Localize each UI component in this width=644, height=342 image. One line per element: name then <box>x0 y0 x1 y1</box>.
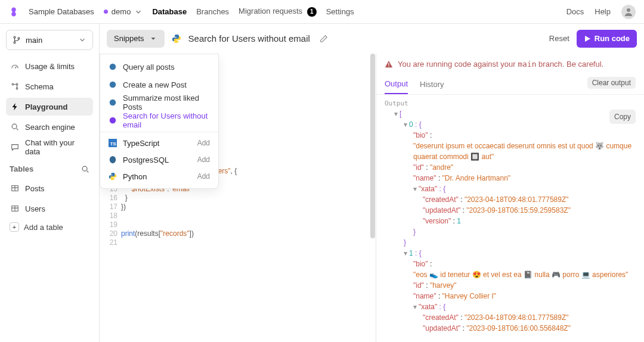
add-lang[interactable]: Add <box>197 139 210 147</box>
svg-point-12 <box>110 82 116 88</box>
clear-output-button[interactable]: Clear output <box>587 77 636 89</box>
gauge-icon <box>11 62 19 70</box>
toolbar: Snippets Search for Users without email … <box>100 24 644 54</box>
snippet-item-selected[interactable]: Search for Users without email <box>100 111 218 129</box>
dot-icon <box>104 10 108 14</box>
migration-badge: 1 <box>307 7 317 17</box>
typescript-icon: TS <box>109 139 117 147</box>
run-label: Run code <box>595 34 630 43</box>
snippets-button[interactable]: Snippets <box>107 30 165 48</box>
snippet-title: Search for Users without email <box>188 33 310 43</box>
svg-text:TS: TS <box>110 141 116 147</box>
table-label: Posts <box>25 184 45 193</box>
snippet-label: Query all posts <box>123 63 175 71</box>
sidebar-item-usage[interactable]: Usage & limits <box>6 57 93 75</box>
reset-button[interactable]: Reset <box>549 34 569 43</box>
output-label: Output <box>376 95 644 108</box>
svg-rect-19 <box>388 66 389 66</box>
table-icon <box>11 184 19 192</box>
warning-icon <box>385 60 393 69</box>
code-editor[interactable]: 131415161718192021 results = xata.data()… <box>100 54 376 342</box>
svg-point-5 <box>16 83 18 85</box>
nav-migration-label: Migration requests <box>239 7 302 15</box>
chat-icon <box>11 143 19 151</box>
branch-name: main <box>26 36 42 45</box>
tab-history[interactable]: History <box>420 75 444 94</box>
python-icon <box>109 116 117 125</box>
python-icon <box>109 63 117 71</box>
nav-migration[interactable]: Migration requests 1 <box>239 7 317 17</box>
branch-selector[interactable]: main <box>6 30 93 50</box>
table-icon <box>11 204 19 213</box>
table-label: Users <box>25 204 45 213</box>
warn-text: branch. Be careful. <box>536 60 603 69</box>
sidebar-item-label: Schema <box>25 82 54 91</box>
nav-database[interactable]: Database <box>152 7 187 16</box>
lang-postgres[interactable]: PostgresSQLAdd <box>100 151 218 168</box>
svg-point-6 <box>16 88 18 89</box>
nav-settings[interactable]: Settings <box>326 7 354 16</box>
snippets-label: Snippets <box>114 34 144 43</box>
tree-icon <box>11 82 19 91</box>
sidebar: main Usage & limits Schema Playground Se… <box>0 24 100 342</box>
copy-button[interactable]: Copy <box>609 110 636 124</box>
topbar: Sample Databases demo Database Branches … <box>0 0 644 24</box>
chevron-down-icon <box>78 36 86 44</box>
postgres-icon <box>109 156 117 164</box>
output-panel: You are running code against your main b… <box>376 54 644 342</box>
project-name: demo <box>112 7 131 16</box>
warning-banner: You are running code against your main b… <box>376 54 644 74</box>
sidebar-item-label: Playground <box>25 102 68 111</box>
avatar[interactable] <box>621 5 636 19</box>
add-table-button[interactable]: +Add a table <box>6 220 93 234</box>
project-selector[interactable]: demo <box>104 7 143 16</box>
python-icon <box>109 172 117 181</box>
svg-point-13 <box>110 100 116 106</box>
sidebar-item-playground[interactable]: Playground <box>6 98 93 116</box>
svg-point-3 <box>18 38 20 39</box>
chevron-down-icon <box>134 8 143 16</box>
snippet-label: Search for Users without email <box>123 111 210 129</box>
snippet-item[interactable]: Summarize most liked Posts <box>100 94 218 111</box>
docs-link[interactable]: Docs <box>566 7 584 16</box>
lang-python[interactable]: PythonAdd <box>100 168 218 185</box>
run-code-button[interactable]: Run code <box>577 30 637 48</box>
sidebar-item-schema[interactable]: Schema <box>6 77 93 95</box>
sidebar-item-label: Search engine <box>25 123 75 132</box>
editor-scrollbar[interactable] <box>370 54 376 342</box>
snippet-label: Create a new Post <box>123 80 187 89</box>
lang-label: TypeScript <box>123 139 159 148</box>
python-icon <box>109 80 117 89</box>
table-posts[interactable]: Posts <box>6 179 93 197</box>
svg-point-7 <box>12 124 17 129</box>
edit-icon[interactable] <box>320 35 328 43</box>
org-name[interactable]: Sample Databases <box>29 7 94 16</box>
sidebar-item-chat[interactable]: Chat with your data <box>6 138 93 156</box>
add-lang[interactable]: Add <box>197 172 210 181</box>
svg-point-2 <box>14 42 16 43</box>
git-branch-icon <box>13 36 21 44</box>
snippet-item[interactable]: Query all posts <box>100 58 218 76</box>
nav-branches[interactable]: Branches <box>196 7 229 16</box>
warn-branch: main <box>518 60 536 69</box>
svg-point-11 <box>110 64 116 70</box>
dropdown-separator <box>100 132 218 132</box>
svg-point-8 <box>82 166 87 171</box>
sidebar-item-search[interactable]: Search engine <box>6 118 93 136</box>
add-lang[interactable]: Add <box>197 156 210 164</box>
lang-label: PostgresSQL <box>123 156 169 164</box>
snippet-item[interactable]: Create a new Post <box>100 76 218 94</box>
table-users[interactable]: Users <box>6 200 93 217</box>
output-tabs: Output History Clear output <box>376 74 644 95</box>
lang-typescript[interactable]: TSTypeScriptAdd <box>100 135 218 151</box>
play-icon <box>584 35 591 42</box>
lang-label: Python <box>123 172 147 181</box>
logo-icon <box>8 7 19 17</box>
plus-icon: + <box>10 222 19 232</box>
search-icon[interactable] <box>81 165 89 173</box>
sidebar-item-label: Chat with your data <box>25 138 88 156</box>
tab-output[interactable]: Output <box>385 74 408 94</box>
python-icon <box>172 34 181 43</box>
output-body[interactable]: Copy ▾[ ▾0 : { "bio" : "deserunt ipsum e… <box>376 108 644 342</box>
help-link[interactable]: Help <box>595 7 611 16</box>
